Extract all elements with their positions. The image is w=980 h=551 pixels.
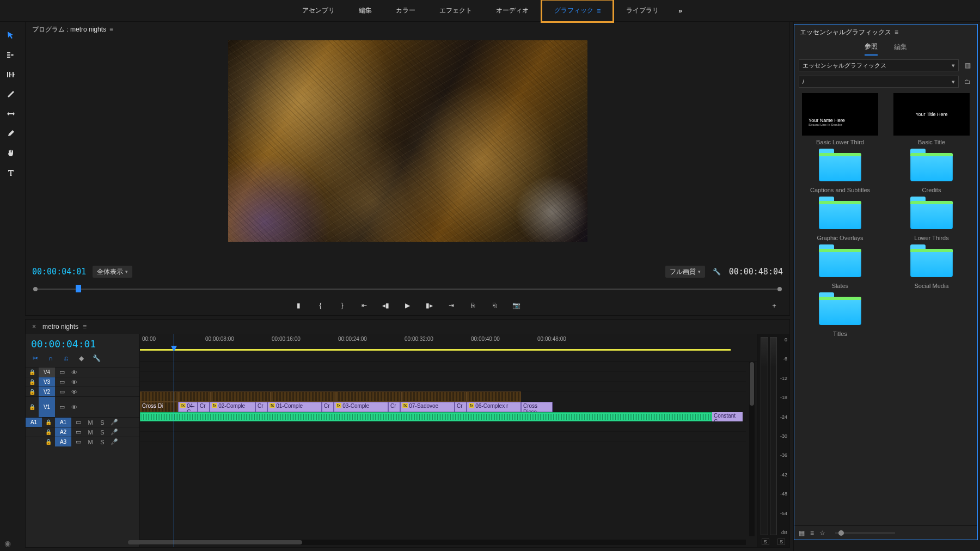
workspace-tab-edit[interactable]: 編集 <box>347 0 384 22</box>
eg-item-label: Basic Title <box>918 139 945 145</box>
eg-tab-browse[interactable]: 参照 <box>865 42 878 56</box>
eg-tab-edit[interactable]: 編集 <box>894 42 907 55</box>
track-output-icon[interactable]: ▭ <box>58 388 66 395</box>
slip-tool-icon[interactable] <box>5 108 17 120</box>
eg-item[interactable]: Slates <box>798 247 883 289</box>
snap-icon[interactable]: ∩ <box>46 354 55 363</box>
horizontal-scrollbar[interactable] <box>140 540 746 545</box>
track-output-icon[interactable]: ▭ <box>58 403 66 411</box>
workspace-tab-audio[interactable]: オーディオ <box>484 0 541 22</box>
button-editor-icon[interactable]: ＋ <box>769 300 780 311</box>
eye-icon[interactable]: 👁 <box>70 389 78 395</box>
program-left-timecode[interactable]: 00:00:04:01 <box>32 267 86 277</box>
libraries-icon[interactable]: ▥ <box>962 60 973 71</box>
timeline-tracks-area[interactable]: 00:00 00:00:08:00 00:00:16:00 00:00:24:0… <box>140 334 757 547</box>
eg-item[interactable]: Credits <box>889 151 974 193</box>
mark-in-icon[interactable]: ▮ <box>293 300 304 311</box>
timeline-playhead[interactable] <box>174 334 174 547</box>
track-a1[interactable]: Constant G <box>140 412 746 422</box>
timeline-timecode[interactable]: 00:00:04:01 <box>26 334 139 352</box>
hand-tool-icon[interactable] <box>5 147 17 159</box>
eg-item[interactable]: Your Name HereSecond Line Is SmallerBasi… <box>798 93 883 145</box>
step-forward-icon[interactable]: ▮▸ <box>424 300 435 311</box>
export-frame-icon[interactable]: 📷 <box>511 300 522 311</box>
solo-left[interactable]: S <box>762 538 769 545</box>
play-icon[interactable]: ▶ <box>402 300 413 311</box>
panel-menu-icon[interactable]: ≡ <box>109 26 113 33</box>
workspace-tab-assembly[interactable]: アセンブリ <box>290 0 347 22</box>
insert-mode-icon[interactable]: ✂ <box>31 354 40 363</box>
razor-tool-icon[interactable] <box>5 88 17 100</box>
eg-path-dropdown[interactable]: / ▾ <box>799 76 959 88</box>
program-panel-header[interactable]: プログラム : metro nights ≡ <box>26 22 789 37</box>
settings-wrench-icon[interactable]: 🔧 <box>92 354 101 363</box>
eg-item[interactable]: Graphic Overlays <box>798 199 883 241</box>
marker-icon[interactable]: ◆ <box>77 354 85 363</box>
eg-item[interactable]: Lower Thirds <box>889 199 974 241</box>
eg-template-grid: Your Name HereSecond Line Is SmallerBasi… <box>794 90 977 525</box>
eg-panel-header[interactable]: エッセンシャルグラフィックス ≡ <box>794 25 977 40</box>
track-header-v3[interactable]: 🔒V3▭👁 <box>26 377 139 387</box>
panel-menu-icon[interactable]: ≡ <box>83 323 87 330</box>
audio-waveform[interactable] <box>140 412 712 421</box>
track-header-v2[interactable]: 🔒V2▭👁 <box>26 387 139 396</box>
timeline-ruler[interactable]: 00:00 00:00:08:00 00:00:16:00 00:00:24:0… <box>140 334 757 362</box>
linked-selection-icon[interactable]: ⎌ <box>62 354 70 363</box>
track-v1[interactable]: Cross Di fx04-C Cr fx02-Comple Cr fx01-C… <box>140 391 746 412</box>
panel-menu-icon[interactable]: ≡ <box>895 28 898 36</box>
quality-dropdown[interactable]: フル画質 ▾ <box>665 266 705 278</box>
eye-icon[interactable]: 👁 <box>70 404 78 411</box>
eg-item[interactable]: Your Title HereBasic Title <box>889 93 974 145</box>
workspace-tab-overflow[interactable]: » <box>671 0 690 22</box>
track-header-a1[interactable]: A1🔒A1▭MS🎤 <box>26 417 139 427</box>
track-header-a2[interactable]: 🔒A2▭MS🎤 <box>26 427 139 437</box>
zoom-fit-dropdown[interactable]: 全体表示 ▾ <box>93 266 132 278</box>
program-viewer[interactable] <box>26 37 789 261</box>
eg-source-dropdown[interactable]: エッセンシャルグラフィックス ▾ <box>799 59 959 71</box>
panel-menu-icon[interactable]: ≡ <box>597 7 601 15</box>
timeline-panel-header[interactable]: × metro nights ≡ <box>26 320 789 334</box>
step-back-icon[interactable]: ◂▮ <box>381 300 391 311</box>
extract-icon[interactable]: ⎗ <box>489 300 500 311</box>
favorite-icon[interactable]: ☆ <box>819 529 825 537</box>
mic-icon[interactable]: 🎤 <box>111 419 118 426</box>
close-icon[interactable]: × <box>32 323 36 330</box>
solo-right[interactable]: S <box>777 538 785 545</box>
thumbnail-size-slider[interactable] <box>835 532 895 534</box>
mic-icon[interactable]: 🎤 <box>111 428 118 436</box>
eg-item[interactable]: Social Media <box>889 247 974 289</box>
type-tool-icon[interactable] <box>5 167 17 179</box>
eg-item[interactable]: Titles <box>798 295 883 337</box>
workspace-tab-effects[interactable]: エフェクト <box>427 0 484 22</box>
work-area-bar[interactable] <box>140 349 731 351</box>
vertical-scrollbar[interactable] <box>749 362 755 536</box>
lift-icon[interactable]: ⎘ <box>468 300 479 311</box>
go-to-in-icon[interactable]: ⇤ <box>359 300 370 311</box>
in-bracket-icon[interactable]: { <box>315 300 326 311</box>
track-header-v1[interactable]: 🔒V1▭👁 <box>26 396 139 417</box>
out-bracket-icon[interactable]: } <box>337 300 348 311</box>
track-output-icon[interactable]: ▭ <box>58 378 66 385</box>
program-scrub-bar[interactable] <box>32 283 783 296</box>
track-select-tool-icon[interactable] <box>5 49 17 61</box>
workspace-tab-graphics[interactable]: グラフィック ≡ <box>541 0 614 23</box>
eye-icon[interactable]: 👁 <box>70 369 78 376</box>
track-header-v4[interactable]: 🔒V4▭👁 <box>26 367 139 377</box>
grid-view-icon[interactable]: ▦ <box>799 529 805 537</box>
workspace-tab-color[interactable]: カラー <box>384 0 427 22</box>
pen-tool-icon[interactable] <box>5 127 17 139</box>
workspace-tab-library[interactable]: ライブラリ <box>614 0 671 22</box>
program-playhead[interactable] <box>76 285 81 292</box>
eg-item[interactable]: Captions and Subtitles <box>798 151 883 193</box>
track-output-icon[interactable]: ▭ <box>58 369 66 376</box>
settings-wrench-icon[interactable]: 🔧 <box>712 266 722 277</box>
folder-icon[interactable]: 🗀 <box>962 76 973 87</box>
go-to-out-icon[interactable]: ⇥ <box>446 300 457 311</box>
audio-transition[interactable]: Constant G <box>712 412 743 421</box>
list-view-icon[interactable]: ≡ <box>810 529 814 537</box>
ripple-edit-tool-icon[interactable] <box>5 69 17 81</box>
eye-icon[interactable]: 👁 <box>70 379 78 385</box>
selection-tool-icon[interactable] <box>5 29 17 41</box>
track-header-a3[interactable]: 🔒A3▭MS🎤 <box>26 437 139 446</box>
mic-icon[interactable]: 🎤 <box>111 438 118 445</box>
